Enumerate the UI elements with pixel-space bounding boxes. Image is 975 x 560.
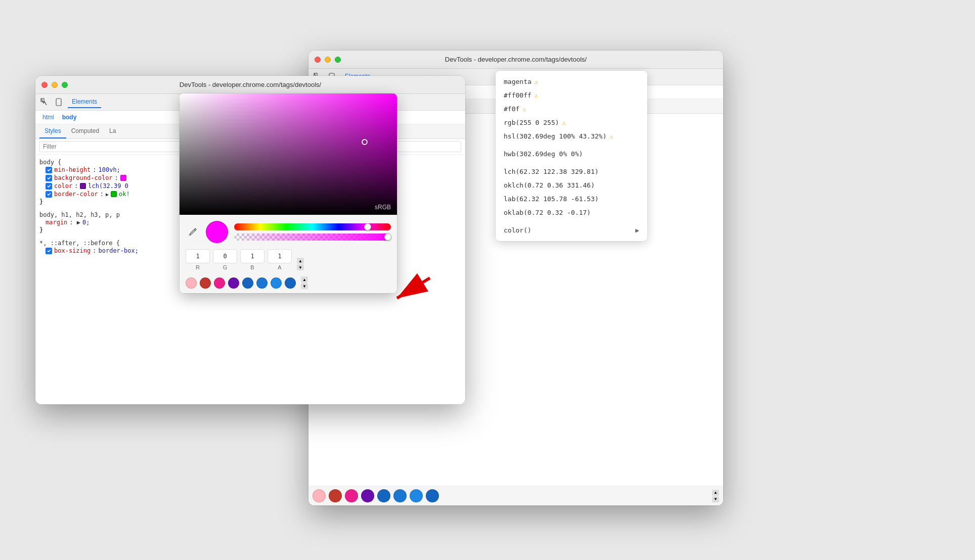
front-minimize-button[interactable] (52, 82, 58, 88)
swatch-blue[interactable] (256, 277, 268, 289)
swatch-pink[interactable] (186, 277, 197, 289)
front-propname-bgcolor: background-color (54, 174, 113, 181)
format-magenta-label: magenta (504, 78, 531, 85)
color-cursor[interactable] (362, 139, 368, 145)
front-check-bgcolor[interactable] (46, 175, 52, 181)
front-maximize-button[interactable] (62, 82, 68, 88)
eyedropper-button[interactable] (186, 225, 200, 239)
color-input-g[interactable] (213, 249, 237, 263)
back-minimize-button[interactable] (325, 57, 331, 63)
color-input-r[interactable] (186, 249, 210, 263)
input-arrow-down[interactable]: ▼ (297, 264, 304, 270)
format-f0f-label: #f0f (504, 105, 519, 113)
format-hwb[interactable]: hwb(302.69deg 0% 0%) (496, 147, 647, 161)
back-traffic-lights (315, 57, 341, 63)
swatch-lightblue[interactable] (271, 277, 282, 289)
front-colon4: : (100, 191, 104, 198)
swatch-arrow-up[interactable]: ▲ (301, 276, 308, 283)
format-color-arrow: ▶ (635, 226, 639, 234)
swatch-darkblue[interactable] (242, 277, 253, 289)
front-device-icon[interactable] (54, 97, 64, 107)
hue-thumb[interactable] (364, 223, 371, 230)
color-format-dropdown[interactable]: magenta ⚠ #ff00ff ⚠ #f0f ⚠ rgb(255 0 255… (496, 71, 647, 241)
front-propval-border: ok! (119, 191, 130, 198)
format-oklch[interactable]: oklch(0.72 0.36 331.46) (496, 178, 647, 192)
format-rgb[interactable]: rgb(255 0 255) ⚠ (496, 116, 647, 129)
front-check-color[interactable] (46, 183, 52, 190)
format-hsl[interactable]: hsl(302.69deg 100% 43.32%) ⚠ (496, 129, 647, 143)
swatch-navy[interactable] (285, 277, 296, 289)
format-oklch-label: oklch(0.72 0.36 331.46) (504, 181, 595, 189)
swatch-arrow-down[interactable]: ▼ (301, 283, 308, 289)
front-colon6: : (93, 247, 96, 254)
back-swatch-2[interactable] (345, 489, 358, 502)
back-swatch-0[interactable] (313, 489, 326, 502)
back-swatch-5[interactable] (393, 489, 407, 502)
front-elements-tab[interactable]: Elements (68, 96, 101, 108)
format-color[interactable]: color() ▶ (496, 223, 647, 237)
svg-point-4 (189, 234, 191, 236)
color-input-b[interactable] (240, 249, 264, 263)
swatch-arrows: ▲ ▼ (301, 276, 308, 289)
front-close-button[interactable] (41, 82, 48, 88)
color-inputs: R G B A ▲ ▼ (180, 249, 397, 274)
front-check-minheight[interactable] (46, 167, 52, 173)
front-colon1: : (93, 166, 96, 173)
front-tab-computed[interactable]: Computed (66, 124, 104, 138)
format-ff00ff-label: #ff00ff (504, 91, 531, 99)
back-swatch-3[interactable] (361, 489, 374, 502)
back-swatch-up[interactable]: ▲ (712, 490, 719, 496)
svg-rect-3 (56, 99, 61, 106)
front-border-swatch[interactable] (111, 191, 117, 197)
format-color-label: color() (504, 226, 531, 234)
input-arrow-up[interactable]: ▲ (297, 258, 304, 264)
format-magenta-warn: ⚠ (535, 78, 538, 85)
color-preview (206, 221, 228, 243)
color-canvas[interactable]: sRGB (180, 94, 397, 215)
front-tab-styles[interactable]: Styles (39, 124, 66, 138)
front-check-boxsizing[interactable] (46, 248, 52, 254)
format-f0f[interactable]: #f0f ⚠ (496, 102, 647, 116)
front-tab-la[interactable]: La (104, 124, 121, 138)
format-magenta[interactable]: magenta ⚠ (496, 75, 647, 88)
back-swatch-down[interactable]: ▼ (712, 496, 719, 502)
alpha-slider[interactable] (234, 234, 391, 241)
color-swatches-row: ▲ ▼ (180, 274, 397, 293)
input-group-g: G (213, 249, 237, 270)
front-inspect-icon[interactable] (39, 97, 50, 107)
back-swatch-4[interactable] (377, 489, 390, 502)
back-close-button[interactable] (315, 57, 321, 63)
front-bgcolor-swatch[interactable] (120, 175, 126, 181)
swatch-hotpink[interactable] (214, 277, 225, 289)
back-window-title: DevTools - developer.chrome.com/tags/dev… (445, 56, 587, 63)
front-colon3: : (74, 182, 78, 190)
front-window-title: DevTools - developer.chrome.com/tags/dev… (180, 81, 321, 88)
front-propname-boxsizing: box-sizing (54, 247, 91, 254)
format-divider2 (496, 161, 647, 165)
format-lch[interactable]: lch(62.32 122.38 329.81) (496, 165, 647, 178)
front-colon2: : (115, 174, 118, 181)
back-swatch-6[interactable] (410, 489, 423, 502)
swatch-purple[interactable] (228, 277, 239, 289)
format-lab[interactable]: lab(62.32 105.78 -61.53) (496, 192, 647, 206)
sliders (234, 223, 391, 241)
front-breadcrumb-body[interactable]: body (59, 113, 80, 122)
input-group-r: R (186, 249, 210, 270)
format-ff00ff[interactable]: #ff00ff ⚠ (496, 88, 647, 102)
front-colon5: : ▶ (69, 219, 80, 226)
alpha-thumb[interactable] (384, 234, 391, 241)
format-rgb-label: rgb(255 0 255) (504, 119, 559, 126)
format-lch-label: lch(62.32 122.38 329.81) (504, 168, 599, 175)
back-swatch-7[interactable] (426, 489, 439, 502)
hue-slider[interactable] (234, 223, 391, 230)
color-input-a[interactable] (268, 249, 292, 263)
front-color-swatch[interactable] (80, 183, 86, 189)
front-breadcrumb-html[interactable]: html (39, 113, 57, 122)
input-arrows: ▲ ▼ (297, 258, 304, 270)
format-oklab[interactable]: oklab(0.72 0.32 -0.17) (496, 206, 647, 219)
picker-controls (180, 215, 397, 249)
front-check-border[interactable] (46, 191, 52, 198)
back-swatch-1[interactable] (329, 489, 342, 502)
swatch-red[interactable] (200, 277, 211, 289)
back-maximize-button[interactable] (335, 57, 341, 63)
